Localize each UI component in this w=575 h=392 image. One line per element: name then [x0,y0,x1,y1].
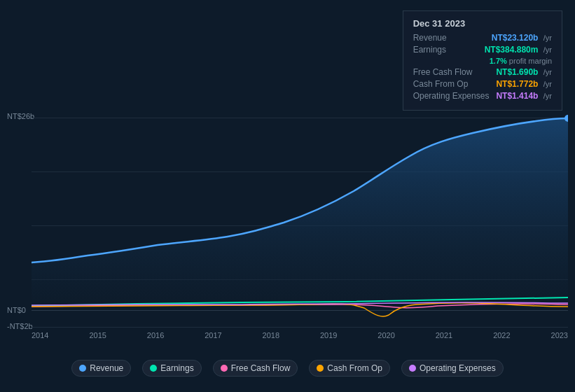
legend: Revenue Earnings Free Cash Flow Cash Fro… [0,360,575,377]
legend-dot-earnings [150,365,157,372]
y-axis-top-label: NT$26b [7,112,34,120]
x-label-2016: 2016 [147,331,164,340]
x-axis: 2014 2015 2016 2017 2018 2019 2020 2021 … [32,331,568,340]
legend-earnings[interactable]: Earnings [142,360,201,377]
tooltip-date: Dec 31 2023 [413,18,552,29]
tooltip-cashop-value: NT$1.772b [496,79,538,89]
x-label-2023: 2023 [551,331,568,340]
tooltip-fcf-label: Free Cash Flow [413,67,473,77]
tooltip-earnings-value: NT$384.880m [485,45,539,55]
legend-dot-opex [409,365,416,372]
legend-dot-fcf [221,365,228,372]
profit-margin-value: 1.7% [490,57,507,65]
tooltip-revenue-suffix: /yr [543,34,552,42]
tooltip-opex-label: Operating Expenses [413,91,490,101]
tooltip-opex-row: Operating Expenses NT$1.414b /yr [413,91,552,101]
legend-label-earnings: Earnings [160,363,193,373]
tooltip-revenue-label: Revenue [413,33,447,43]
x-label-2019: 2019 [320,331,337,340]
legend-label-fcf: Free Cash Flow [231,363,291,373]
tooltip-cashop-label: Cash From Op [413,79,469,89]
x-label-2021: 2021 [436,331,452,340]
legend-dot-cashop [317,365,324,372]
x-label-2020: 2020 [377,331,394,340]
x-label-2015: 2015 [89,331,106,340]
x-label-2018: 2018 [263,331,279,340]
chart-svg [32,108,568,329]
x-label-2022: 2022 [493,331,510,340]
legend-opex[interactable]: Operating Expenses [401,360,504,377]
legend-revenue[interactable]: Revenue [71,360,131,377]
legend-label-opex: Operating Expenses [420,363,496,373]
y-axis-neg-label: -NT$2b [7,322,33,330]
x-label-2017: 2017 [205,331,221,340]
chart-container: Dec 31 2023 Revenue NT$23.120b /yr Earni… [0,0,575,392]
tooltip-opex-suffix: /yr [543,92,552,100]
tooltip-cashop-row: Cash From Op NT$1.772b /yr [413,79,552,89]
x-label-2014: 2014 [32,331,48,340]
tooltip-fcf-row: Free Cash Flow NT$1.690b /yr [413,67,552,77]
profit-margin-row: 1.7% profit margin [413,57,552,65]
legend-cashop[interactable]: Cash From Op [309,360,390,377]
legend-label-revenue: Revenue [90,363,123,373]
tooltip-earnings-row: Earnings NT$384.880m /yr [413,45,552,55]
legend-fcf[interactable]: Free Cash Flow [213,360,298,377]
tooltip-fcf-suffix: /yr [543,68,552,76]
tooltip-earnings-suffix: /yr [543,46,552,54]
profit-margin-label: profit margin [509,57,552,65]
tooltip-box: Dec 31 2023 Revenue NT$23.120b /yr Earni… [403,10,562,111]
tooltip-fcf-value: NT$1.690b [496,67,538,77]
y-axis-mid-label: NT$0 [7,306,26,314]
tooltip-cashop-suffix: /yr [543,80,552,88]
legend-label-cashop: Cash From Op [327,363,382,373]
tooltip-earnings-label: Earnings [413,45,446,55]
tooltip-opex-value: NT$1.414b [496,91,538,101]
tooltip-revenue-row: Revenue NT$23.120b /yr [413,33,552,43]
tooltip-revenue-value: NT$23.120b [492,33,539,43]
legend-dot-revenue [79,365,86,372]
